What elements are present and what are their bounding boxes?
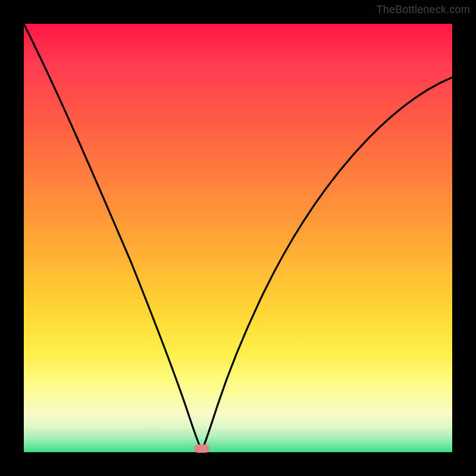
plot-area [24, 24, 452, 452]
curve-svg [24, 24, 452, 452]
chart-frame: TheBottleneck.com [0, 0, 476, 476]
bottleneck-curve-path [24, 24, 452, 450]
watermark-label: TheBottleneck.com [377, 4, 470, 16]
min-marker [194, 444, 209, 453]
